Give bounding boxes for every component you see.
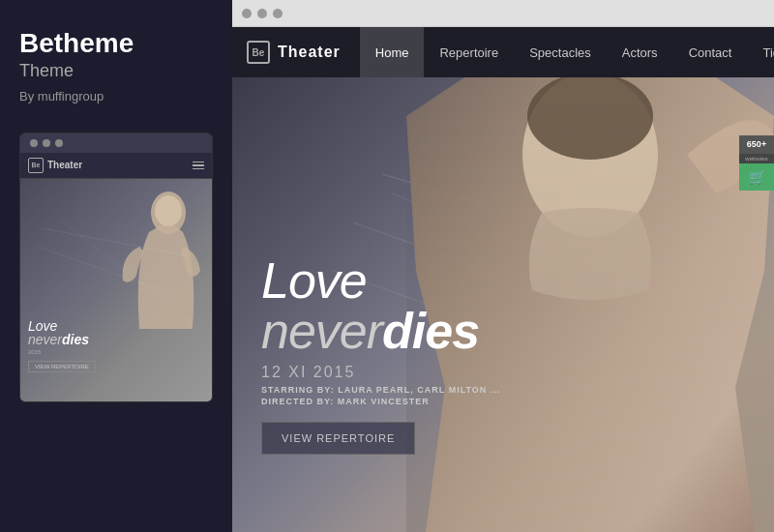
badge-number: 650+ [741,139,772,150]
author-name: muffingroup [38,89,104,103]
hero-date: 12 XI 2015 [261,364,500,381]
svg-line-3 [40,247,174,295]
nav-items: Home Repertoire Spectacles Actors Contac… [360,27,774,77]
hero-dies-text: dies [382,303,479,359]
mini-dot-3 [55,139,63,147]
side-badge: 650+ websites 🛒 [739,135,774,191]
theater-logo-text: Theater [278,44,341,61]
mini-date: 2015 [28,349,96,355]
mini-browser-bar [20,133,212,153]
badge-websites-label: websites [739,154,774,163]
badge-cart-icon[interactable]: 🛒 [739,163,774,191]
mini-be-icon: Be [28,158,44,173]
brand-title: Betheme [19,29,213,59]
author-prefix: By [19,89,38,103]
mini-view-btn[interactable]: VIEW REPERTOIRE [28,361,96,372]
svg-line-4 [59,219,194,324]
chrome-dot-3 [273,9,283,18]
hero-never-line: neverdies [261,306,500,356]
starring-label: STARRING BY: [261,385,335,395]
mini-dot-1 [30,139,38,147]
mini-text-overlay: Love neverdies 2015 VIEW REPERTOIRE [28,319,96,372]
site-logo-area: Be Theater [247,41,341,64]
hero-section: Love neverdies 12 XI 2015 STARRING BY: L… [232,77,774,532]
be-logo-icon: Be [247,41,270,64]
nav-contact[interactable]: Contact [673,27,748,77]
site-navbar: Be Theater Home Repertoire Spectacles Ac… [232,27,774,77]
nav-repertoire[interactable]: Repertoire [424,27,514,77]
mini-love-text: Love [28,319,96,333]
hero-never-text: never [261,303,382,359]
mini-never-text: never [28,332,62,347]
hero-starring: STARRING BY: LAURA PEARL, CARL MILTON ..… [261,385,500,395]
brand-author: By muffingroup [19,89,213,103]
chrome-dot-1 [242,9,252,18]
nav-tickets[interactable]: Tickets [747,27,774,77]
mini-theater-label: Theater [47,160,82,170]
hero-directed: DIRECTED BY: MARK VINCESTER [261,397,500,406]
view-repertoire-button[interactable]: VIEW REPERTOIRE [261,422,415,455]
directed-name: MARK VINCESTER [338,397,430,406]
mini-hero-content: Love neverdies 2015 VIEW REPERTOIRE [20,179,212,401]
starring-names: LAURA PEARL, CARL MILTON ... [338,385,500,395]
mini-browser-mockup: Be Theater [19,133,213,402]
mini-dies-text: dies [62,332,89,347]
brand-subtitle: Theme [19,61,213,81]
mini-hamburger-icon[interactable] [193,162,204,170]
svg-line-2 [40,227,193,256]
right-panel: Be Theater Home Repertoire Spectacles Ac… [232,0,774,532]
badge-count: 650+ [739,135,774,154]
nav-spectacles[interactable]: Spectacles [514,27,607,77]
mini-dot-2 [43,139,50,147]
mini-logo-area: Be Theater [28,158,82,173]
nav-actors[interactable]: Actors [607,27,673,77]
browser-chrome [232,0,774,27]
mini-never-line: neverdies [28,333,96,346]
directed-label: DIRECTED BY: [261,397,334,406]
hero-text-block: Love neverdies 12 XI 2015 STARRING BY: L… [261,255,500,455]
mini-nav: Be Theater [20,153,212,179]
chrome-dot-2 [257,9,267,18]
left-panel: Betheme Theme By muffingroup Be Theater [0,0,232,532]
nav-home[interactable]: Home [360,27,425,77]
hero-love-text: Love [261,255,500,306]
